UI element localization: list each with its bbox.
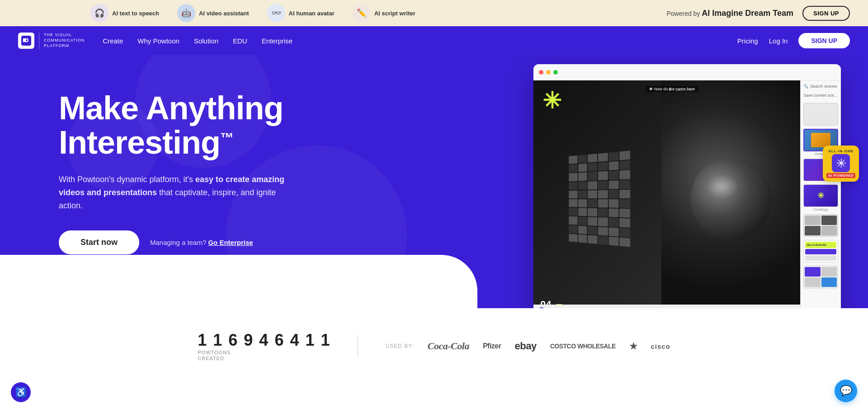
hero-headline: Make Anything Interesting™ bbox=[59, 91, 285, 160]
window-minimize-dot[interactable] bbox=[546, 70, 551, 75]
sphere-object bbox=[690, 158, 772, 239]
sidebar-save-row: Save current sce... bbox=[803, 93, 838, 98]
stats-number: 1 1 6 9 4 6 4 1 1 bbox=[198, 331, 330, 350]
nav-solution[interactable]: Solution bbox=[194, 37, 218, 45]
brand-pfizer: Pfizer bbox=[483, 342, 501, 350]
stats-label: POWTOONS CREATED bbox=[198, 350, 231, 361]
nav-logo[interactable]: THE VISUAL COMMUNICATION PLATFORM bbox=[18, 33, 85, 49]
ai-badge-star-icon: ✳ bbox=[832, 154, 850, 172]
brand-ebay: ebay bbox=[514, 340, 536, 352]
ai-tool-sw[interactable]: ✏️ AI script writer bbox=[353, 4, 415, 22]
slide-left-panel: ✳ 04 Give this image a subtitle bbox=[533, 80, 661, 308]
stats-block: 1 1 6 9 4 6 4 1 1 POWTOONS CREATED bbox=[198, 331, 330, 361]
nav-edu[interactable]: EDU bbox=[233, 37, 247, 45]
app-sidebar: 🔍 Search scenes Save current sce... Ge bbox=[800, 80, 841, 308]
main-nav: THE VISUAL COMMUNICATION PLATFORM Create… bbox=[0, 26, 868, 55]
powered-by-text: Powered by AI Imagine Dream Team bbox=[666, 9, 793, 18]
powtoon-logo-icon bbox=[18, 33, 34, 49]
window-close-dot[interactable] bbox=[539, 70, 543, 75]
ai-badge-bottom-label: AI POWERED bbox=[826, 173, 856, 178]
scene-thumb-6[interactable]: HELLO HEADLINE bbox=[803, 240, 838, 263]
hero-cta-row: Start now Managing a team? Go Enterprise bbox=[59, 230, 285, 254]
brand-cisco: cisco bbox=[651, 343, 670, 350]
ai-tool-va[interactable]: 🤖 AI video assistant bbox=[177, 4, 249, 22]
scene-thumb-1[interactable] bbox=[803, 103, 838, 126]
sidebar-search-row: 🔍 Search scenes bbox=[803, 84, 838, 89]
stats-divider bbox=[358, 335, 358, 357]
canvas-slide: ✳ 04 Give this image a subtitle bbox=[533, 80, 800, 308]
canvas-playbar bbox=[533, 305, 800, 308]
go-enterprise-link[interactable]: Go Enterprise bbox=[208, 239, 253, 246]
asterisk-decoration: ✳ bbox=[542, 89, 561, 112]
app-canvas[interactable]: ✳ 04 Give this image a subtitle bbox=[533, 80, 800, 308]
ai-badge-top-label: ALL-IN-ONE bbox=[828, 149, 854, 153]
scene-thumb-4[interactable]: ✳ Creatopy bbox=[803, 184, 838, 211]
hero-section: Make Anything Interesting™ With Powtoon'… bbox=[0, 55, 868, 308]
top-signup-button[interactable]: SIGN UP bbox=[802, 6, 850, 21]
nav-why-powtoon[interactable]: Why Powtoon bbox=[137, 37, 179, 45]
sphere-highlight bbox=[707, 174, 739, 199]
slide-sphere-visual bbox=[661, 80, 800, 308]
stats-bar: 1 1 6 9 4 6 4 1 1 POWTOONS CREATED USED … bbox=[0, 308, 868, 375]
building-grid bbox=[569, 151, 630, 247]
top-banner: 🎧 AI text to speech 🤖 AI video assistant… bbox=[0, 0, 868, 26]
hero-content: Make Anything Interesting™ With Powtoon'… bbox=[59, 82, 285, 254]
start-now-button[interactable]: Start now bbox=[59, 230, 139, 254]
slide-right-panel: ✚ Last one! bbox=[661, 80, 800, 308]
used-by-label: USED BY: bbox=[385, 343, 414, 349]
window-maximize-dot[interactable] bbox=[553, 70, 558, 75]
scene-thumb-5[interactable] bbox=[803, 214, 838, 237]
ai-sw-text: AI script writer bbox=[374, 10, 415, 17]
ai-ha-icon: 👓 bbox=[267, 4, 285, 22]
ai-tools-list: 🎧 AI text to speech 🤖 AI video assistant… bbox=[90, 4, 415, 22]
nav-signup-button[interactable]: SIGN UP bbox=[798, 33, 850, 48]
brand-costco: COSTCO WHOLESALE bbox=[550, 343, 616, 350]
team-link-text: Managing a team? Go Enterprise bbox=[150, 239, 253, 246]
app-body: ✳ 04 Give this image a subtitle bbox=[533, 80, 841, 308]
slide-top-label-left: ✚ Now do the same here bbox=[646, 86, 698, 92]
ai-tool-ha[interactable]: 👓 AI human avatar bbox=[267, 4, 335, 22]
slide-building-visual bbox=[533, 80, 661, 308]
ai-tts-text: AI text to speech bbox=[112, 10, 159, 17]
brand-starbucks: ★ bbox=[629, 341, 637, 352]
app-mockup: ✳ 04 Give this image a subtitle bbox=[533, 64, 841, 308]
search-icon: 🔍 bbox=[803, 84, 808, 89]
brand-coca-cola: Coca-Cola bbox=[428, 340, 469, 352]
scene-thumb-7[interactable] bbox=[803, 266, 838, 289]
app-toolbar bbox=[533, 64, 841, 80]
nav-enterprise[interactable]: Enterprise bbox=[262, 37, 292, 45]
svg-point-1 bbox=[26, 39, 28, 41]
top-banner-right: Powered by AI Imagine Dream Team SIGN UP bbox=[666, 6, 850, 21]
nav-links: Create Why Powtoon Solution EDU Enterpri… bbox=[103, 37, 737, 45]
nav-pricing[interactable]: Pricing bbox=[737, 37, 758, 45]
play-button[interactable] bbox=[538, 307, 545, 308]
brand-logos: Coca-Cola Pfizer ebay COSTCO WHOLESALE ★… bbox=[428, 340, 670, 352]
ai-badge[interactable]: ALL-IN-ONE ✳ AI POWERED bbox=[823, 145, 859, 182]
hero-subtext: With Powtoon's dynamic platform, it's ea… bbox=[59, 173, 285, 212]
ai-va-icon: 🤖 bbox=[177, 4, 195, 22]
nav-login[interactable]: Log In bbox=[769, 37, 788, 45]
nav-logo-text: THE VISUAL COMMUNICATION PLATFORM bbox=[39, 33, 85, 48]
used-by-section: USED BY: Coca-Cola Pfizer ebay COSTCO WH… bbox=[385, 340, 670, 352]
ai-va-text: AI video assistant bbox=[199, 10, 249, 17]
ai-ha-text: AI human avatar bbox=[289, 10, 335, 17]
nav-right: Pricing Log In SIGN UP bbox=[737, 33, 850, 48]
ai-sw-icon: ✏️ bbox=[353, 4, 371, 22]
ai-tts-icon: 🎧 bbox=[90, 4, 108, 22]
nav-create[interactable]: Create bbox=[103, 37, 123, 45]
ai-tool-tts[interactable]: 🎧 AI text to speech bbox=[90, 4, 159, 22]
